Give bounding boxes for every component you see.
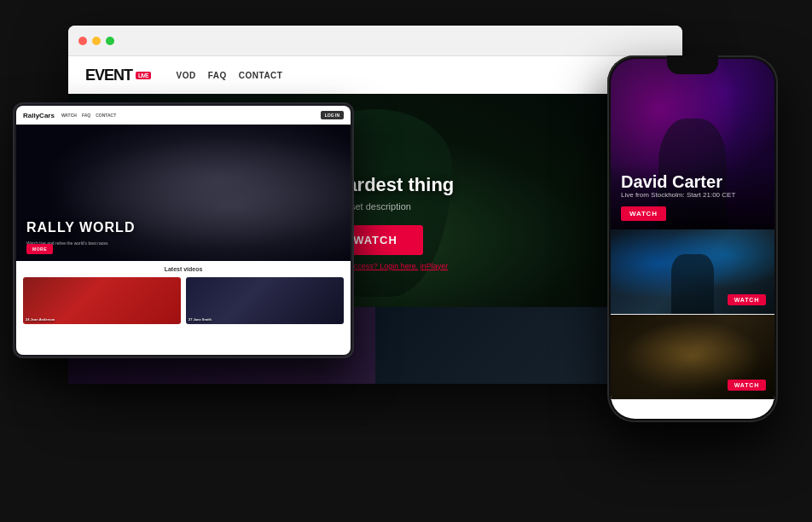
tablet-thumb-2: 27 Jane Smith [186,277,344,324]
logo-text: EVENT [85,67,132,84]
nav-links: VOD FAQ CONTACT [177,71,283,80]
page-navbar: EVENT LIVE VOD FAQ CONTACT LOG IN [68,56,682,94]
phone-artist-subtitle: Live from Stockholm: Start 21:00 CET [621,191,764,199]
phone-content-list: WATCH WATCH [611,229,774,419]
site-logo: EVENT LIVE [85,67,151,84]
tablet-nav-contact[interactable]: CONTACT [96,113,116,118]
phone-item-2-watch-badge[interactable]: WATCH [728,380,766,391]
tablet-nav-faq[interactable]: FAQ [82,113,90,118]
nav-vod[interactable]: VOD [177,71,196,80]
tablet-hero-title: RALLY WORLD [26,220,135,235]
phone-mockup: David Carter Live from Stockholm: Start … [607,55,778,422]
nav-contact[interactable]: CONTACT [239,71,283,80]
phone-item-1-watch-badge[interactable]: WATCH [728,294,766,305]
tablet-screen: RallyCars WATCH FAQ CONTACT LOG IN RALLY… [16,106,351,355]
drummer-silhouette [671,254,714,314]
phone-hero: David Carter Live from Stockholm: Start … [611,59,774,229]
browser-maximize-dot [106,37,114,45]
browser-chrome-bar [68,26,682,56]
tablet-more-button[interactable]: MORE [26,244,53,254]
orchestra-silhouette [611,348,774,399]
tablet-navbar: RallyCars WATCH FAQ CONTACT LOG IN [16,106,351,125]
thumb-label-1: 24 Jean Anderson [26,317,55,322]
phone-hero-watch-button[interactable]: WATCH [621,206,666,221]
phone-screen: David Carter Live from Stockholm: Start … [611,59,774,419]
phone-content-item-1: WATCH [611,229,774,315]
tablet-nav-watch[interactable]: WATCH [61,113,77,118]
logo-live-badge: LIVE [136,72,151,79]
phone-content-item-2: WATCH [611,315,774,400]
tablet-videos-section: Latest videos 24 Jean Anderson 27 Jane S… [16,261,351,355]
tablet-thumb-1: 24 Jean Anderson [23,277,181,324]
phone-artist-name: David Carter [621,172,764,191]
tablet-login-button[interactable]: LOG IN [321,111,344,119]
phone-hero-overlay: David Carter Live from Stockholm: Start … [611,164,774,229]
nav-faq[interactable]: FAQ [208,71,227,80]
tablet-video-thumbnails: 24 Jean Anderson 27 Jane Smith [23,277,344,324]
phone-notch [667,55,718,74]
tablet-logo: RallyCars [23,112,55,119]
browser-close-dot [78,37,87,45]
tablet-mockup: RallyCars WATCH FAQ CONTACT LOG IN RALLY… [13,102,354,358]
thumb-label-2: 27 Jane Smith [188,317,212,322]
inplayer-link[interactable]: inPlayer [420,262,449,270]
tablet-hero: RALLY WORLD Watch live and relive the wo… [16,125,351,261]
tablet-nav-links: WATCH FAQ CONTACT [61,113,116,118]
tablet-videos-title: Latest videos [23,266,344,272]
browser-minimize-dot [92,37,101,45]
